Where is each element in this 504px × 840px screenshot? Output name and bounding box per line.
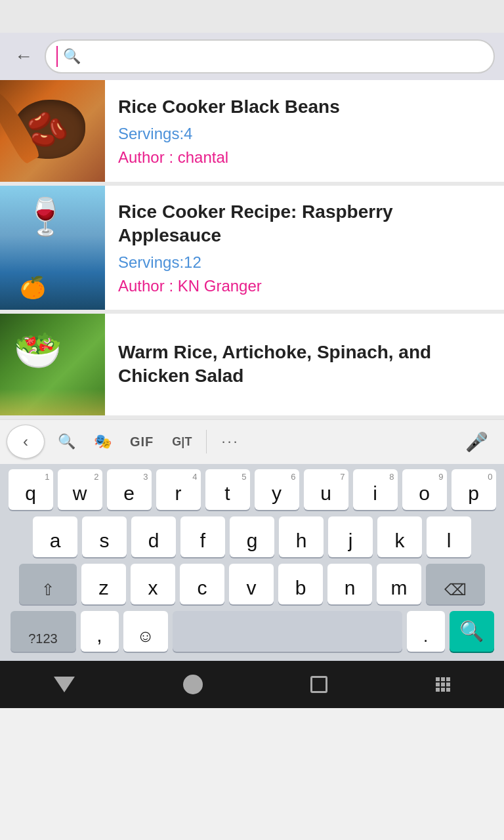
result-info: Rice Cooker Recipe: Raspberry Applesauce… <box>105 186 504 310</box>
keyboard-nav-button[interactable] <box>436 677 450 692</box>
key-row-4: ?123 , ☺ . 🔍 <box>3 611 501 652</box>
key-g[interactable]: g <box>230 516 274 557</box>
recipe-thumbnail <box>0 80 105 182</box>
key-n[interactable]: n <box>327 564 372 604</box>
key-o[interactable]: 9o <box>402 469 447 510</box>
key-p[interactable]: 0p <box>452 469 496 510</box>
period-key[interactable]: . <box>407 611 445 652</box>
back-button[interactable]: ← <box>9 46 38 67</box>
key-x[interactable]: x <box>131 564 175 604</box>
recipe-thumbnail <box>0 314 105 415</box>
space-key[interactable] <box>173 611 402 652</box>
home-nav-icon <box>183 675 203 694</box>
key-t[interactable]: 5t <box>205 469 250 510</box>
key-l[interactable]: l <box>427 516 471 557</box>
key-m[interactable]: m <box>377 564 421 604</box>
more-button[interactable]: ··· <box>212 428 248 455</box>
recents-nav-icon <box>310 676 327 693</box>
status-bar <box>0 0 504 33</box>
shift-key[interactable]: ⇧ <box>19 564 77 604</box>
recipe-thumbnail <box>0 186 105 310</box>
key-row-2: a s d f g h j k l <box>3 516 501 557</box>
result-card[interactable]: Rice Cooker Black Beans Servings:4 Autho… <box>0 80 504 186</box>
key-b[interactable]: b <box>278 564 323 604</box>
key-e[interactable]: 3e <box>107 469 152 510</box>
keyboard-nav-icon <box>436 677 450 692</box>
sticker-button[interactable]: 🎭 <box>85 428 121 455</box>
home-nav-button[interactable] <box>183 675 203 694</box>
results-container: Rice Cooker Black Beans Servings:4 Autho… <box>0 80 504 419</box>
key-d[interactable]: d <box>131 516 176 557</box>
key-s[interactable]: s <box>82 516 127 557</box>
key-a[interactable]: a <box>33 516 77 557</box>
search-icon[interactable]: 🔍 <box>63 48 81 65</box>
keyboard-search-button[interactable]: 🔍 <box>49 428 85 455</box>
author-label: Author : KN Granger <box>118 277 491 295</box>
key-y[interactable]: 6y <box>255 469 299 510</box>
navigation-bar <box>0 661 504 708</box>
gif-button[interactable]: GIF <box>121 429 163 455</box>
back-nav-button[interactable] <box>54 677 75 692</box>
result-card[interactable]: Warm Rice, Artichoke, Spinach, and Chick… <box>0 314 504 419</box>
search-bar-container: ← 🔍 <box>0 33 504 80</box>
keyboard-back-button[interactable]: ‹ <box>7 425 45 459</box>
recipe-title: Warm Rice, Artichoke, Spinach, and Chick… <box>118 341 491 388</box>
keyboard-toolbar: ‹ 🔍 🎭 GIF G|T ··· 🎤 <box>0 419 504 464</box>
back-nav-icon <box>54 677 75 692</box>
key-r[interactable]: 4r <box>156 469 201 510</box>
result-info: Rice Cooker Black Beans Servings:4 Autho… <box>105 80 504 182</box>
servings-label: Servings:4 <box>118 125 491 143</box>
num-sym-key[interactable]: ?123 <box>10 611 76 652</box>
key-z[interactable]: z <box>81 564 126 604</box>
servings-label: Servings:12 <box>118 253 491 272</box>
key-row-1: 1q 2w 3e 4r 5t 6y 7u 8i 9o 0p <box>3 469 501 510</box>
emoji-key[interactable]: ☺ <box>123 611 168 652</box>
search-key[interactable]: 🔍 <box>450 611 494 652</box>
key-w[interactable]: 2w <box>58 469 102 510</box>
key-h[interactable]: h <box>279 516 324 557</box>
key-f[interactable]: f <box>180 516 225 557</box>
key-c[interactable]: c <box>180 564 224 604</box>
key-i[interactable]: 8i <box>353 469 398 510</box>
comma-key[interactable]: , <box>81 611 119 652</box>
translate-button[interactable]: G|T <box>163 430 201 454</box>
result-card[interactable]: Rice Cooker Recipe: Raspberry Applesauce… <box>0 186 504 314</box>
text-cursor <box>56 46 58 67</box>
search-input-wrapper: 🔍 <box>45 39 495 74</box>
recipe-title: Rice Cooker Black Beans <box>118 95 491 119</box>
result-info: Warm Rice, Artichoke, Spinach, and Chick… <box>105 314 504 415</box>
delete-key[interactable]: ⌫ <box>426 564 485 604</box>
more-icon: ··· <box>221 433 239 450</box>
microphone-button[interactable]: 🎤 <box>456 426 497 458</box>
key-j[interactable]: j <box>328 516 373 557</box>
author-label: Author : chantal <box>118 148 491 167</box>
recents-nav-button[interactable] <box>310 676 327 693</box>
keyboard: 1q 2w 3e 4r 5t 6y 7u 8i 9o 0p a s d f g … <box>0 464 504 661</box>
translate-label: G|T <box>172 435 192 449</box>
key-v[interactable]: v <box>229 564 274 604</box>
key-k[interactable]: k <box>377 516 422 557</box>
spoon-decoration <box>0 87 41 165</box>
key-row-3: ⇧ z x c v b n m ⌫ <box>3 564 501 604</box>
key-u[interactable]: 7u <box>304 469 348 510</box>
key-q[interactable]: 1q <box>9 469 53 510</box>
toolbar-divider <box>206 430 207 453</box>
gif-label: GIF <box>130 434 154 450</box>
recipe-title: Rice Cooker Recipe: Raspberry Applesauce <box>118 200 491 248</box>
